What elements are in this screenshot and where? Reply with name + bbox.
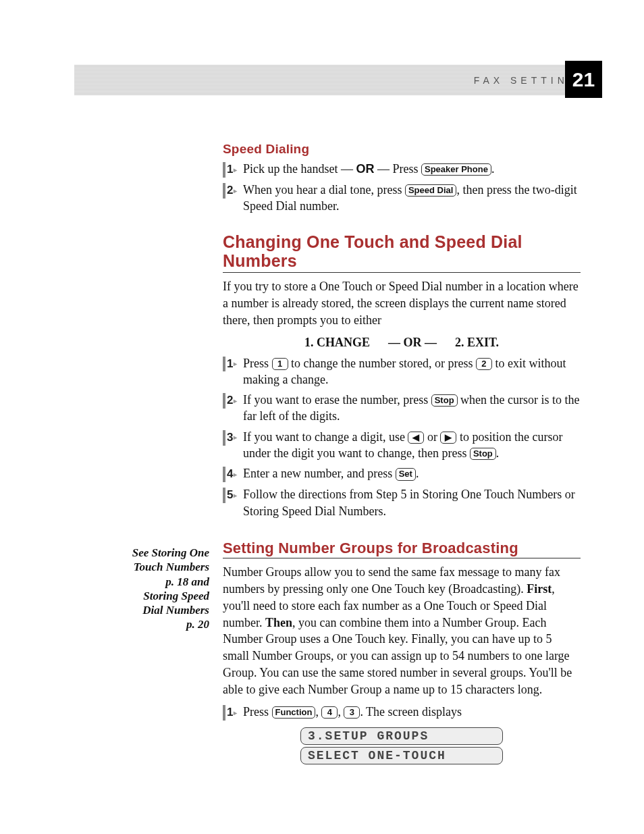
step-marker: 3 xyxy=(223,430,237,446)
step-marker: 1 xyxy=(223,705,237,721)
s1-step-2: 2 When you hear a dial tone, press Speed… xyxy=(223,182,581,215)
heading-speed-dialing: Speed Dialing xyxy=(223,142,581,157)
or-text: OR xyxy=(356,162,374,176)
text: . xyxy=(496,446,500,460)
key-3: 3 xyxy=(344,706,360,719)
s2-step-3: 3 If you want to change a digit, use ◀ o… xyxy=(223,429,581,462)
s2-step-4: 4 Enter a new number, and press Set. xyxy=(223,465,581,482)
header-band: FAX SETTINGS xyxy=(74,65,597,95)
speed-dial-key: Speed Dial xyxy=(405,184,456,197)
text: When you hear a dial tone, press xyxy=(243,183,405,197)
choice-change: 1. CHANGE xyxy=(304,336,370,349)
lcd-line-1: 3.SETUP GROUPS xyxy=(300,727,503,745)
text: Number Groups allow you to send the same… xyxy=(223,565,560,596)
text: If you want to change a digit, use xyxy=(243,430,408,444)
text: Follow the directions from Step 5 in Sto… xyxy=(243,486,581,519)
sidebar-text: See Storing One Touch Numbers p. 18 and … xyxy=(132,546,209,631)
text: — Press xyxy=(374,162,421,176)
step-marker: 2 xyxy=(223,393,237,409)
step-marker: 5 xyxy=(223,488,237,503)
s2-intro: If you try to store a One Touch or Speed… xyxy=(223,278,581,328)
step-marker: 1 xyxy=(223,162,237,178)
lcd-display: 3.SETUP GROUPS SELECT ONE-TOUCH xyxy=(300,727,503,764)
text: or xyxy=(424,430,440,444)
text: Enter a new number, and press xyxy=(243,467,396,480)
heading-changing: Changing One Touch and Speed Dial Number… xyxy=(223,232,581,273)
key-2: 2 xyxy=(476,358,492,370)
text: , xyxy=(315,705,321,719)
choice-exit: 2. EXIT. xyxy=(455,336,499,349)
text: Press xyxy=(243,705,272,719)
then-bold: Then xyxy=(265,616,292,629)
left-arrow-key: ◀ xyxy=(408,432,424,444)
heading-groups: Setting Number Groups for Broadcasting xyxy=(223,540,581,558)
s2-step-5: 5 Follow the directions from Step 5 in S… xyxy=(223,486,581,519)
text: . xyxy=(491,162,495,176)
lcd-line-2: SELECT ONE-TOUCH xyxy=(300,747,503,764)
step-marker: 1 xyxy=(223,357,237,372)
text: , xyxy=(338,705,344,719)
speaker-phone-key: Speaker Phone xyxy=(421,163,491,176)
text: If you want to erase the number, press xyxy=(243,393,431,407)
text: Pick up the handset — xyxy=(243,162,356,176)
text: Press xyxy=(243,357,272,370)
first-bold: First xyxy=(527,582,552,596)
s3-step-1: 1 Press Function, 4, 3. The screen displ… xyxy=(223,704,581,721)
function-key: Function xyxy=(272,706,316,719)
s2-step-1: 1 Press 1 to change the number stored, o… xyxy=(223,355,581,388)
key-4: 4 xyxy=(321,706,338,719)
key-1: 1 xyxy=(272,358,288,370)
stop-key: Stop xyxy=(431,394,458,407)
stop-key: Stop xyxy=(470,448,496,460)
sidebar-note: See Storing One Touch Numbers p. 18 and … xyxy=(132,546,209,632)
text: . xyxy=(416,467,419,480)
page-number: 21 xyxy=(572,68,595,91)
step-marker: 4 xyxy=(223,467,237,482)
s3-intro: Number Groups allow you to send the same… xyxy=(223,564,581,698)
page-number-box: 21 xyxy=(565,61,602,98)
right-arrow-key: ▶ xyxy=(440,432,456,444)
s2-step-2: 2 If you want to erase the number, press… xyxy=(223,392,581,425)
text: . The screen displays xyxy=(360,705,462,719)
step-marker: 2 xyxy=(223,183,237,199)
main-content: Speed Dialing 1 Pick up the handset — OR… xyxy=(223,142,581,766)
choice-sep: — OR — xyxy=(388,336,437,349)
s1-step-1: 1 Pick up the handset — OR — Press Speak… xyxy=(223,161,581,178)
set-key: Set xyxy=(396,468,416,480)
choice-line: 1. CHANGE — OR — 2. EXIT. xyxy=(223,336,581,350)
text: to change the number stored, or press xyxy=(288,357,476,370)
